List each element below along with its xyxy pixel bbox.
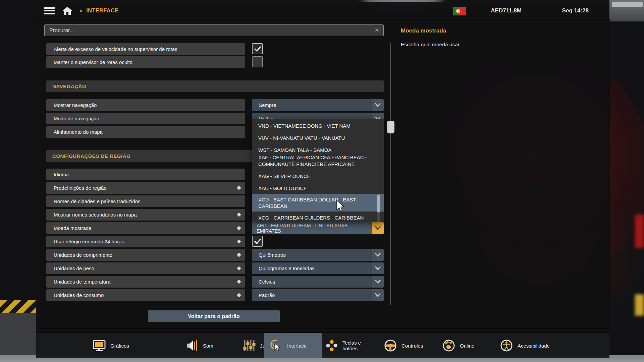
hide-advisor-checkbox[interactable] [252,56,263,67]
accessibility-icon [500,339,513,352]
modified-diamond-icon [237,293,241,297]
help-panel-description: Escolha qual moeda usar. [401,42,461,48]
chevron-down-icon [375,253,381,257]
length-units-select[interactable]: Quilômetros [252,249,372,261]
breadcrumb: INTERFACE [86,8,118,14]
chevron-down-icon [375,293,381,297]
setting-label-navigation-mode: Modo de navegação [46,113,245,124]
setting-label-secondary-names: Mostrar nomes secundários no mapa [46,209,245,221]
consumption-units-select[interactable]: Padrão [252,289,372,301]
tab-graphics[interactable]: Gráficos [93,333,129,358]
modified-diamond-icon [237,239,241,244]
weight-units-chevron[interactable] [372,262,384,274]
clipped-text-line: XAF - CENTRAL AFRICAN CFA FRANC BEAC - [258,156,370,161]
chevron-down-icon [375,280,381,284]
pointer-target-icon [269,339,283,352]
weight-units-select[interactable]: Quilogramas e toneladas [252,262,372,274]
tab-keys-buttons[interactable]: Teclas e botões [325,333,370,358]
displayed-currency-select[interactable]: AED - EMIRATI DIRHAM - UNITED ARAB EMIRA… [252,222,372,234]
gamepad-buttons-icon [325,339,338,352]
setting-label-translated-names: Nomes de cidades e países traduzidos [46,195,245,207]
setting-label-weight-units: Unidades de peso [46,262,245,274]
modified-diamond-icon [237,266,241,270]
currency-option-xag[interactable]: XAG - SILVER OUNCE [252,170,384,182]
tab-interface-active[interactable]: Interface [264,333,322,358]
setting-label-show-navigation: Mostrar navegação [46,99,245,111]
yellow-object [635,294,644,316]
setting-label-language: Idioma [46,169,245,180]
setting-label-region-presets: Predefinições de região [46,182,245,194]
currency-option-xcg[interactable]: XCG - CARRIBEAN GUILDERS - CARIBBEAN [252,212,384,222]
modified-diamond-icon [237,186,241,190]
menu-icon[interactable] [44,7,55,14]
tab-controls[interactable]: Controles [384,333,423,358]
chevron-down-icon [375,226,381,230]
displayed-currency-chevron-open[interactable] [372,222,384,234]
currency-option-xcd-highlighted[interactable]: XCD - EAST CARIBBEAN DOLLAR - EAST CARIB… [252,194,384,212]
tab-accessibility[interactable]: Acessibilidade [500,333,554,358]
setting-label-24h-clock: Usar relógio em modo 24 horas [46,236,245,247]
check-icon [254,46,261,52]
globe-icon [442,339,455,352]
consumption-units-chevron[interactable] [372,289,384,301]
currency-dropdown-list: VND - VIETNAMESE DONG - VIET NAM VUV - N… [252,119,384,222]
settings-tab-bar: Gráficos Som Jogo [36,333,609,358]
settings-panel: Procurar... ✕ Alerta de excesso de veloc… [36,19,609,328]
red-trailer-edge [635,215,644,248]
help-panel-title: Moeda mostrada [401,27,446,34]
currency-option-xaf[interactable]: XAF - CENTRAL AFRICAN CFA FRANC BEAC - C… [252,156,384,170]
settings-scrollbar-track[interactable] [390,43,391,305]
tab-online[interactable]: Online [442,333,474,358]
currency-option-vnd[interactable]: VND - VIETNAMESE DONG - VIET NAM [252,120,384,132]
section-header-navigation: NAVEGAÇÃO [46,80,384,92]
reset-to-default-button[interactable]: Voltar para o padrão [148,310,280,322]
garage-floor-left [0,313,36,362]
currency-option-xau[interactable]: XAU - GOLD OUNCE [252,182,384,194]
modified-diamond-icon [237,213,241,217]
chevron-down-icon [375,103,381,107]
clock-24h-checkbox[interactable] [252,236,263,247]
steering-wheel-icon [384,339,397,352]
top-bar: ▶ INTERFACE AED711,8M Seg 14:28 [36,2,609,19]
dropdown-scrollbar-thumb[interactable] [377,195,380,213]
modified-diamond-icon [237,253,241,257]
tab-sound[interactable]: Som [186,333,213,358]
chevron-down-icon [375,266,381,270]
settings-scrollbar-thumb[interactable] [387,121,394,133]
search-placeholder: Procurar... [49,27,74,34]
currency-option-vuv[interactable]: VUV - NI-VANUATU VATU - VANUATU [252,132,384,144]
show-navigation-chevron[interactable] [372,99,384,111]
setting-label-hide-advisor: Manter o supervisor de rotas oculto [46,56,245,68]
setting-label-temperature-units: Unidades de temperatura [46,276,245,288]
search-input[interactable]: Procurar... ✕ [44,24,384,36]
garage-light [612,2,643,7]
speaker-icon [186,340,199,352]
temperature-units-chevron[interactable] [372,276,384,288]
modified-diamond-icon [237,280,241,284]
game-time: Seg 14:28 [562,7,589,14]
setting-label-consumption-units: Unidades de consumo [46,289,245,301]
temperature-units-select[interactable]: Celsius [252,276,372,288]
breadcrumb-arrow-icon: ▶ [80,8,83,13]
sliders-icon [243,339,256,352]
speed-alert-checkbox[interactable] [252,43,263,54]
setting-label-map-alignment: Alinhamento do mapa [46,126,245,138]
game-screen: ▶ INTERFACE AED711,8M Seg 14:28 Procurar… [0,0,644,362]
setting-label-speed-alert: Alerta de excesso de velocidade no super… [46,43,245,55]
clear-search-icon[interactable]: ✕ [375,27,379,34]
monitor-icon [93,340,106,352]
setting-label-displayed-currency: Moeda mostrada [46,222,245,234]
show-navigation-select[interactable]: Sempre [252,99,372,111]
setting-label-length-units: Unidades de comprimento [46,249,245,261]
hazard-stripes [0,300,36,313]
player-money: AED711,8M [491,7,522,14]
check-icon [254,239,261,244]
modified-diamond-icon [237,226,241,230]
currency-option-wst[interactable]: WST - SAMOAN TALA - SAMOA [252,144,384,156]
length-units-chevron[interactable] [372,249,384,261]
portugal-flag-icon [453,7,466,15]
home-icon[interactable] [62,6,72,15]
